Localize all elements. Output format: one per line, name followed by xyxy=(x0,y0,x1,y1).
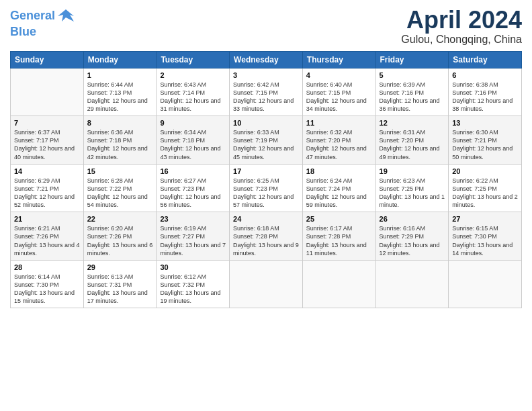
calendar-cell: 22Sunrise: 6:20 AMSunset: 7:26 PMDayligh… xyxy=(83,212,157,261)
day-info: Sunrise: 6:29 AMSunset: 7:21 PMDaylight:… xyxy=(14,177,80,210)
day-number: 22 xyxy=(87,215,153,223)
day-info: Sunrise: 6:42 AMSunset: 7:15 PMDaylight:… xyxy=(233,81,299,113)
calendar-cell: 23Sunrise: 6:19 AMSunset: 7:27 PMDayligh… xyxy=(157,212,230,261)
day-info: Sunrise: 6:43 AMSunset: 7:14 PMDaylight:… xyxy=(160,81,226,113)
calendar-cell: 17Sunrise: 6:25 AMSunset: 7:23 PMDayligh… xyxy=(230,164,303,212)
page: General Blue April 2024 Gulou, Chongqing… xyxy=(0,0,532,411)
day-info: Sunrise: 6:40 AMSunset: 7:15 PMDaylight:… xyxy=(306,81,372,113)
day-info: Sunrise: 6:13 AMSunset: 7:31 PMDaylight:… xyxy=(87,273,153,306)
calendar-cell: 21Sunrise: 6:21 AMSunset: 7:26 PMDayligh… xyxy=(11,212,84,261)
calendar-cell: 12Sunrise: 6:31 AMSunset: 7:20 PMDayligh… xyxy=(375,116,449,165)
calendar-cell: 3Sunrise: 6:42 AMSunset: 7:15 PMDaylight… xyxy=(230,68,303,116)
day-number: 11 xyxy=(306,119,372,127)
day-number: 3 xyxy=(233,71,299,79)
day-number: 5 xyxy=(380,71,445,79)
day-info: Sunrise: 6:37 AMSunset: 7:17 PMDaylight:… xyxy=(14,128,80,161)
calendar-cell: 26Sunrise: 6:16 AMSunset: 7:29 PMDayligh… xyxy=(375,212,449,261)
calendar-week-row: 7Sunrise: 6:37 AMSunset: 7:17 PMDaylight… xyxy=(11,116,522,165)
day-info: Sunrise: 6:21 AMSunset: 7:26 PMDaylight:… xyxy=(14,224,80,257)
day-number: 15 xyxy=(87,167,153,175)
title-block: April 2024 Gulou, Chongqing, China xyxy=(401,7,522,46)
calendar-cell: 27Sunrise: 6:15 AMSunset: 7:30 PMDayligh… xyxy=(449,212,522,261)
page-subtitle: Gulou, Chongqing, China xyxy=(401,34,522,46)
calendar-cell: 24Sunrise: 6:18 AMSunset: 7:28 PMDayligh… xyxy=(230,212,303,261)
logo-bird-icon xyxy=(56,7,75,26)
day-number: 16 xyxy=(160,167,226,175)
day-info: Sunrise: 6:14 AMSunset: 7:30 PMDaylight:… xyxy=(14,273,80,306)
day-info: Sunrise: 6:20 AMSunset: 7:26 PMDaylight:… xyxy=(87,224,153,257)
calendar-cell xyxy=(11,68,84,116)
calendar-cell: 10Sunrise: 6:33 AMSunset: 7:19 PMDayligh… xyxy=(230,116,303,165)
day-info: Sunrise: 6:25 AMSunset: 7:23 PMDaylight:… xyxy=(233,177,299,210)
day-info: Sunrise: 6:33 AMSunset: 7:19 PMDaylight:… xyxy=(233,128,299,161)
calendar-header-row: SundayMondayTuesdayWednesdayThursdayFrid… xyxy=(11,51,522,68)
day-info: Sunrise: 6:22 AMSunset: 7:25 PMDaylight:… xyxy=(452,177,518,210)
day-info: Sunrise: 6:27 AMSunset: 7:23 PMDaylight:… xyxy=(160,177,226,210)
day-info: Sunrise: 6:15 AMSunset: 7:30 PMDaylight:… xyxy=(452,224,518,257)
calendar-cell: 7Sunrise: 6:37 AMSunset: 7:17 PMDaylight… xyxy=(11,116,84,165)
calendar-cell xyxy=(302,260,375,308)
day-info: Sunrise: 6:38 AMSunset: 7:16 PMDaylight:… xyxy=(452,81,518,113)
day-number: 14 xyxy=(14,167,80,175)
calendar-cell: 14Sunrise: 6:29 AMSunset: 7:21 PMDayligh… xyxy=(11,164,84,212)
calendar-cell xyxy=(230,260,303,308)
day-number: 13 xyxy=(452,119,518,127)
logo-text2: Blue xyxy=(10,26,36,39)
day-number: 17 xyxy=(233,167,299,175)
calendar-cell: 5Sunrise: 6:39 AMSunset: 7:16 PMDaylight… xyxy=(375,68,449,116)
calendar-cell: 16Sunrise: 6:27 AMSunset: 7:23 PMDayligh… xyxy=(157,164,230,212)
day-info: Sunrise: 6:39 AMSunset: 7:16 PMDaylight:… xyxy=(380,81,445,113)
calendar-week-row: 28Sunrise: 6:14 AMSunset: 7:30 PMDayligh… xyxy=(11,260,522,308)
calendar-week-row: 14Sunrise: 6:29 AMSunset: 7:21 PMDayligh… xyxy=(11,164,522,212)
day-number: 27 xyxy=(452,215,518,223)
day-number: 2 xyxy=(160,71,226,79)
calendar-cell: 4Sunrise: 6:40 AMSunset: 7:15 PMDaylight… xyxy=(302,68,375,116)
day-info: Sunrise: 6:12 AMSunset: 7:32 PMDaylight:… xyxy=(160,273,226,306)
calendar-cell: 20Sunrise: 6:22 AMSunset: 7:25 PMDayligh… xyxy=(449,164,522,212)
day-number: 6 xyxy=(452,71,518,79)
day-number: 4 xyxy=(306,71,372,79)
column-header-monday: Monday xyxy=(83,51,157,68)
calendar-cell xyxy=(375,260,449,308)
column-header-wednesday: Wednesday xyxy=(230,51,303,68)
day-info: Sunrise: 6:36 AMSunset: 7:18 PMDaylight:… xyxy=(87,128,153,161)
calendar-cell: 25Sunrise: 6:17 AMSunset: 7:28 PMDayligh… xyxy=(302,212,375,261)
calendar-cell xyxy=(449,260,522,308)
day-number: 21 xyxy=(14,215,80,223)
day-info: Sunrise: 6:30 AMSunset: 7:21 PMDaylight:… xyxy=(452,128,518,161)
day-info: Sunrise: 6:34 AMSunset: 7:18 PMDaylight:… xyxy=(160,128,226,161)
day-number: 29 xyxy=(87,263,153,271)
day-number: 23 xyxy=(160,215,226,223)
calendar-cell: 29Sunrise: 6:13 AMSunset: 7:31 PMDayligh… xyxy=(83,260,157,308)
day-info: Sunrise: 6:16 AMSunset: 7:29 PMDaylight:… xyxy=(380,224,445,257)
day-number: 20 xyxy=(452,167,518,175)
calendar-cell: 19Sunrise: 6:23 AMSunset: 7:25 PMDayligh… xyxy=(375,164,449,212)
day-info: Sunrise: 6:44 AMSunset: 7:13 PMDaylight:… xyxy=(87,81,153,113)
calendar-cell: 18Sunrise: 6:24 AMSunset: 7:24 PMDayligh… xyxy=(302,164,375,212)
calendar-week-row: 21Sunrise: 6:21 AMSunset: 7:26 PMDayligh… xyxy=(11,212,522,261)
column-header-tuesday: Tuesday xyxy=(157,51,230,68)
day-number: 1 xyxy=(87,71,153,79)
day-number: 25 xyxy=(306,215,372,223)
column-header-thursday: Thursday xyxy=(302,51,375,68)
calendar-cell: 13Sunrise: 6:30 AMSunset: 7:21 PMDayligh… xyxy=(449,116,522,165)
day-info: Sunrise: 6:18 AMSunset: 7:28 PMDaylight:… xyxy=(233,224,299,257)
day-number: 30 xyxy=(160,263,226,271)
day-info: Sunrise: 6:24 AMSunset: 7:24 PMDaylight:… xyxy=(306,177,372,210)
day-number: 26 xyxy=(380,215,445,223)
day-number: 7 xyxy=(14,119,80,127)
day-number: 12 xyxy=(380,119,445,127)
page-title: April 2024 xyxy=(401,7,522,34)
svg-marker-0 xyxy=(58,9,74,21)
day-number: 9 xyxy=(160,119,226,127)
day-number: 18 xyxy=(306,167,372,175)
column-header-saturday: Saturday xyxy=(449,51,522,68)
header: General Blue April 2024 Gulou, Chongqing… xyxy=(10,7,522,46)
day-number: 24 xyxy=(233,215,299,223)
calendar-cell: 1Sunrise: 6:44 AMSunset: 7:13 PMDaylight… xyxy=(83,68,157,116)
calendar-cell: 9Sunrise: 6:34 AMSunset: 7:18 PMDaylight… xyxy=(157,116,230,165)
day-info: Sunrise: 6:31 AMSunset: 7:20 PMDaylight:… xyxy=(380,128,445,161)
calendar-cell: 6Sunrise: 6:38 AMSunset: 7:16 PMDaylight… xyxy=(449,68,522,116)
calendar-cell: 28Sunrise: 6:14 AMSunset: 7:30 PMDayligh… xyxy=(11,260,84,308)
day-info: Sunrise: 6:17 AMSunset: 7:28 PMDaylight:… xyxy=(306,224,372,257)
